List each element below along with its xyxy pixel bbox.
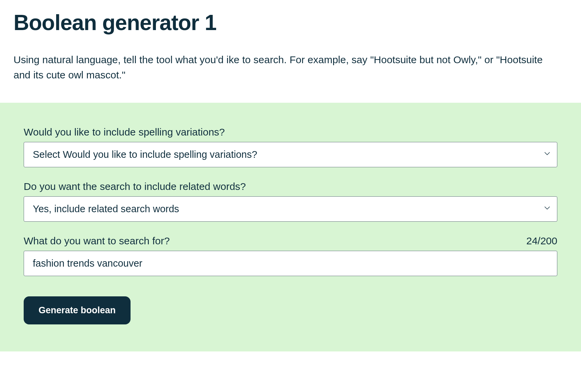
page-title: Boolean generator 1: [14, 10, 567, 35]
header-section: Boolean generator 1 Using natural langua…: [0, 0, 581, 103]
form-section: Would you like to include spelling varia…: [0, 103, 581, 351]
character-counter: 24/200: [526, 235, 557, 247]
related-words-group: Do you want the search to include relate…: [24, 181, 557, 222]
spelling-variations-group: Would you like to include spelling varia…: [24, 126, 557, 167]
related-words-label: Do you want the search to include relate…: [24, 181, 246, 192]
related-words-select-wrapper: Yes, include related search words: [24, 196, 557, 222]
spelling-variations-select-wrapper: Select Would you like to include spellin…: [24, 142, 557, 167]
search-query-label: What do you want to search for?: [24, 235, 170, 247]
page-description: Using natural language, tell the tool wh…: [14, 52, 555, 82]
generate-boolean-button[interactable]: Generate boolean: [24, 296, 131, 324]
related-words-select[interactable]: Yes, include related search words: [24, 196, 557, 222]
search-query-group: What do you want to search for? 24/200: [24, 235, 557, 276]
spelling-variations-select[interactable]: Select Would you like to include spellin…: [24, 142, 557, 167]
search-query-input[interactable]: [24, 251, 557, 276]
spelling-variations-label: Would you like to include spelling varia…: [24, 126, 225, 138]
